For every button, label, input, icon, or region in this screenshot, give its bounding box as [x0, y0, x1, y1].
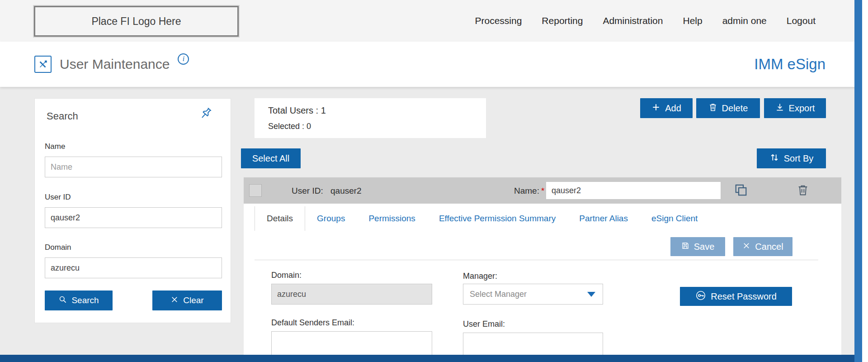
row-user-id-value: qauser2 [330, 186, 362, 196]
info-icon[interactable]: i [178, 53, 189, 65]
download-icon [775, 103, 784, 114]
total-users-text: Total Users : 1 [268, 105, 326, 116]
page-title: User Maintenance [60, 57, 170, 72]
row-user-id-label: User ID: [292, 186, 323, 196]
search-icon [58, 295, 67, 306]
manager-dropdown[interactable]: Select Manager [463, 284, 603, 305]
footer-bar [0, 355, 868, 362]
tab-esign-client[interactable]: eSign Client [640, 206, 709, 231]
user-id-label: User ID [45, 193, 71, 202]
save-button-label: Save [694, 242, 715, 252]
trash-icon [708, 103, 717, 114]
user-detail-card: Details Groups Permissions Effective Per… [244, 204, 841, 355]
detail-tabs: Details Groups Permissions Effective Per… [255, 206, 709, 231]
plus-icon [651, 103, 660, 114]
form-domain-input [271, 284, 432, 305]
select-all-button[interactable]: Select All [241, 148, 301, 168]
name-label: Name [45, 142, 65, 151]
row-trash-icon [797, 184, 809, 198]
nav-help[interactable]: Help [683, 15, 702, 26]
save-icon [681, 242, 689, 252]
tab-permissions[interactable]: Permissions [357, 206, 427, 231]
row-name-label: Name:* [514, 186, 544, 196]
brand-logo: IMM eSign [754, 42, 826, 87]
name-input[interactable] [45, 157, 222, 177]
copy-icon [734, 183, 748, 198]
copy-user-button[interactable] [734, 183, 748, 198]
required-mark: * [541, 186, 544, 195]
nav-reporting[interactable]: Reporting [542, 15, 583, 26]
user-email-label: User Email: [463, 319, 505, 329]
tab-effective-permission-summary[interactable]: Effective Permission Summary [427, 206, 567, 231]
nav-administration[interactable]: Administration [603, 15, 663, 26]
top-nav: Processing Reporting Administration Help… [475, 0, 816, 42]
cancel-icon [742, 242, 750, 252]
default-senders-email-input[interactable] [271, 331, 432, 355]
form-manager-label: Manager: [463, 272, 497, 281]
page-header-left: User Maintenance i [34, 42, 189, 87]
sort-by-button[interactable]: Sort By [757, 148, 826, 168]
reset-password-button[interactable]: Reset Password [680, 287, 792, 306]
delete-button[interactable]: Delete [696, 98, 760, 118]
form-divider [255, 260, 818, 260]
cancel-button[interactable]: Cancel [733, 237, 793, 256]
clear-button[interactable]: Clear [152, 291, 222, 310]
selected-count-text: Selected : 0 [268, 122, 311, 131]
delete-button-label: Delete [722, 103, 748, 114]
select-all-label: Select All [252, 153, 289, 164]
summary-box: Total Users : 1 Selected : 0 [255, 98, 486, 138]
nav-logout[interactable]: Logout [787, 15, 816, 26]
add-button[interactable]: Add [640, 98, 693, 118]
manager-dropdown-value: Select Manager [470, 290, 527, 299]
clear-icon [170, 295, 179, 306]
cancel-button-label: Cancel [755, 242, 783, 252]
save-button[interactable]: Save [670, 237, 725, 256]
search-button-label: Search [71, 295, 99, 305]
domain-label: Domain [45, 243, 71, 252]
fi-logo-text: Place FI Logo Here [91, 15, 181, 28]
reset-password-label: Reset Password [711, 291, 777, 302]
sort-by-label: Sort By [784, 153, 814, 164]
export-button-label: Export [789, 103, 815, 114]
tab-groups[interactable]: Groups [305, 206, 357, 231]
search-panel-title: Search [47, 110, 78, 122]
sort-arrows-icon [769, 152, 779, 165]
user-email-input[interactable] [463, 333, 603, 355]
scrollbar[interactable] [854, 0, 862, 362]
chevron-down-icon [587, 292, 595, 297]
key-icon [695, 290, 706, 303]
top-bar: Place FI Logo Here Processing Reporting … [0, 0, 868, 42]
search-button[interactable]: Search [45, 291, 113, 310]
fi-logo-placeholder: Place FI Logo Here [34, 6, 239, 37]
delete-user-row-button[interactable] [796, 184, 810, 197]
form-domain-label: Domain: [271, 271, 302, 280]
user-record-row: User ID: qauser2 Name:* [244, 177, 841, 204]
user-id-input[interactable] [45, 207, 222, 228]
page-header: User Maintenance i IMM eSign [0, 42, 868, 87]
user-maintenance-icon [34, 56, 52, 73]
nav-admin-user[interactable]: admin one [722, 15, 767, 26]
tab-partner-alias[interactable]: Partner Alias [567, 206, 640, 231]
right-gutter [862, 0, 868, 362]
row-name-input[interactable] [546, 181, 721, 200]
add-button-label: Add [665, 103, 681, 114]
export-button[interactable]: Export [764, 98, 826, 118]
domain-input[interactable] [45, 257, 222, 278]
row-checkbox[interactable] [249, 184, 262, 197]
row-name-label-text: Name: [514, 186, 539, 195]
search-panel: Search Name User ID Domain Search Clear [34, 98, 231, 323]
pin-icon[interactable] [199, 107, 213, 121]
clear-button-label: Clear [183, 295, 203, 305]
page: Place FI Logo Here Processing Reporting … [0, 0, 868, 362]
default-senders-email-label: Default Senders Email: [271, 318, 354, 328]
tab-details[interactable]: Details [255, 206, 305, 231]
nav-processing[interactable]: Processing [475, 15, 522, 26]
